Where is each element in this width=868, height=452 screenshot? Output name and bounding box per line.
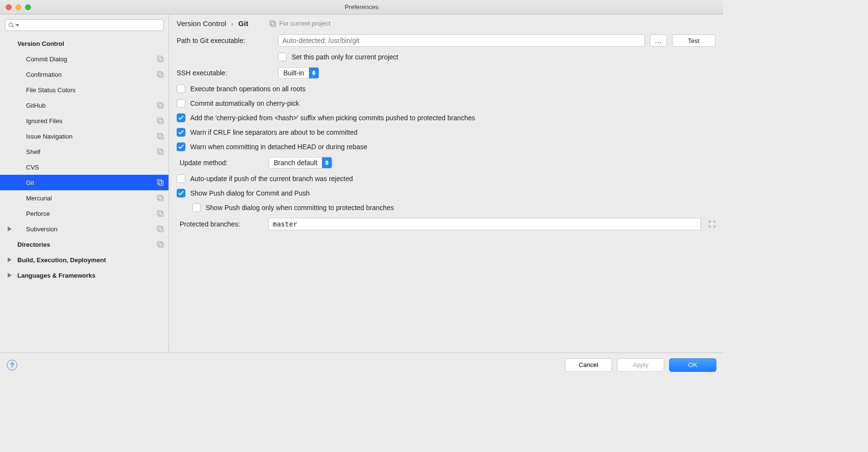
svg-rect-13 [159, 150, 163, 155]
window-title: Preferences [0, 3, 723, 11]
update-method-select[interactable]: Branch default [268, 157, 332, 169]
checkbox-label: Show Push dialog for Commit and Push [190, 189, 309, 197]
svg-rect-15 [159, 181, 163, 185]
breadcrumb-root[interactable]: Version Control [177, 19, 226, 28]
svg-rect-3 [159, 57, 163, 62]
tree-item[interactable]: Confirmation [0, 67, 168, 82]
checkbox[interactable] [177, 174, 185, 183]
checkbox[interactable] [177, 85, 185, 93]
checkbox-row-auto-commit-cherry-pick[interactable]: Commit automatically on cherry-pick [177, 99, 715, 108]
svg-rect-10 [157, 133, 162, 138]
footer: ? Cancel Apply OK [0, 353, 723, 377]
search-input[interactable] [19, 22, 160, 29]
apply-button[interactable]: Apply [617, 358, 664, 372]
cancel-button[interactable]: Cancel [565, 358, 612, 372]
breadcrumb-leaf: Git [238, 19, 249, 28]
test-button[interactable]: Test [672, 34, 715, 47]
tree-item[interactable]: Subversion [0, 221, 168, 237]
svg-rect-25 [271, 22, 276, 27]
svg-rect-24 [270, 21, 274, 25]
checkbox-label: Warn if CRLF line separators are about t… [190, 128, 358, 136]
checkbox[interactable] [192, 203, 201, 212]
protected-branches-input[interactable] [268, 218, 701, 230]
checkbox-row-set-path-current-project[interactable]: Set this path only for current project [278, 53, 398, 61]
svg-rect-5 [159, 73, 163, 77]
tree-item[interactable]: Issue Navigation [0, 128, 168, 144]
checkbox-label: Set this path only for current project [292, 53, 398, 61]
checkbox-label: Warn when committing in detached HEAD or… [190, 143, 367, 151]
breadcrumb-separator: › [231, 19, 234, 28]
checkbox-row-show-push-dialog[interactable]: Show Push dialog for Commit and Push [177, 189, 715, 198]
git-path-input[interactable] [278, 34, 645, 47]
breadcrumb: Version Control › Git [177, 19, 248, 28]
tree-group[interactable]: Build, Execution, Deployment [0, 252, 168, 268]
select-arrows-icon [309, 68, 319, 78]
search-icon [8, 22, 14, 28]
checkbox[interactable] [177, 189, 185, 198]
titlebar: Preferences [0, 0, 723, 14]
checkbox-row-warn-detached-head[interactable]: Warn when committing in detached HEAD or… [177, 142, 715, 151]
svg-line-1 [12, 26, 14, 28]
ok-button[interactable]: OK [669, 358, 716, 372]
select-arrows-icon [322, 157, 332, 168]
tree-item[interactable]: Perforce [0, 206, 168, 221]
checkbox-row-show-push-dialog-protected[interactable]: Show Push dialog only when committing to… [192, 203, 715, 212]
svg-rect-22 [157, 241, 162, 246]
checkbox-label: Add the 'cherry-picked from <hash>' suff… [190, 114, 475, 122]
checkbox[interactable] [177, 128, 185, 137]
svg-rect-20 [157, 226, 162, 230]
browse-button[interactable]: ... [650, 34, 667, 47]
checkbox[interactable] [278, 53, 287, 61]
checkbox-row-cherry-pick-suffix[interactable]: Add the 'cherry-picked from <hash>' suff… [177, 113, 715, 122]
svg-rect-12 [157, 149, 162, 153]
help-button[interactable]: ? [7, 360, 17, 370]
svg-point-0 [9, 23, 13, 26]
tree-group[interactable]: Directories [0, 237, 168, 252]
tree-item[interactable]: Commit Dialog [0, 51, 168, 67]
expand-icon[interactable] [709, 221, 715, 227]
checkbox[interactable] [177, 142, 185, 151]
tree-group[interactable]: Languages & Frameworks [0, 268, 168, 283]
checkbox-label: Execute branch operations on all roots [190, 85, 306, 93]
tree-item[interactable]: CVS [0, 159, 168, 175]
tree-item[interactable]: GitHub [0, 98, 168, 113]
svg-rect-2 [157, 56, 162, 60]
checkbox-label: Auto-update if push of the current branc… [190, 175, 353, 183]
svg-rect-23 [159, 243, 163, 247]
chevron-down-icon [15, 24, 19, 27]
protected-branches-label: Protected branches: [177, 220, 264, 228]
settings-tree: Version ControlCommit DialogConfirmation… [0, 34, 168, 353]
svg-rect-9 [159, 119, 163, 124]
tree-group[interactable]: Version Control [0, 36, 168, 51]
scope-label: For current project [269, 20, 330, 27]
svg-rect-16 [157, 195, 162, 199]
checkbox-row-auto-update-rejected[interactable]: Auto-update if push of the current branc… [177, 174, 715, 183]
tree-item[interactable]: Mercurial [0, 190, 168, 206]
sidebar: Version ControlCommit DialogConfirmation… [0, 14, 169, 353]
ssh-executable-select[interactable]: Built-in [278, 67, 319, 79]
ssh-label: SSH executable: [177, 69, 273, 77]
svg-rect-6 [157, 102, 162, 107]
svg-rect-17 [159, 197, 163, 201]
checkbox[interactable] [177, 113, 185, 122]
checkbox-label: Show Push dialog only when committing to… [206, 204, 394, 212]
search-input-wrapper[interactable] [5, 19, 164, 31]
path-label: Path to Git executable: [177, 37, 273, 44]
checkbox-row-execute-all-roots[interactable]: Execute branch operations on all roots [177, 85, 715, 93]
project-scope-icon [269, 20, 276, 27]
checkbox-row-warn-crlf[interactable]: Warn if CRLF line separators are about t… [177, 128, 715, 137]
svg-rect-14 [157, 180, 162, 184]
svg-rect-8 [157, 118, 162, 122]
svg-rect-11 [159, 135, 163, 139]
checkbox-label: Commit automatically on cherry-pick [190, 99, 299, 107]
tree-item[interactable]: Shelf [0, 144, 168, 159]
tree-item[interactable]: Git [0, 175, 168, 190]
checkbox[interactable] [177, 99, 185, 108]
tree-item[interactable]: Ignored Files [0, 113, 168, 128]
tree-item[interactable]: File Status Colors [0, 82, 168, 98]
content-pane: Version Control › Git For current projec… [169, 14, 723, 353]
svg-rect-4 [157, 71, 162, 76]
svg-rect-18 [157, 211, 162, 215]
update-method-label: Update method: [177, 159, 264, 167]
svg-rect-19 [159, 212, 163, 216]
